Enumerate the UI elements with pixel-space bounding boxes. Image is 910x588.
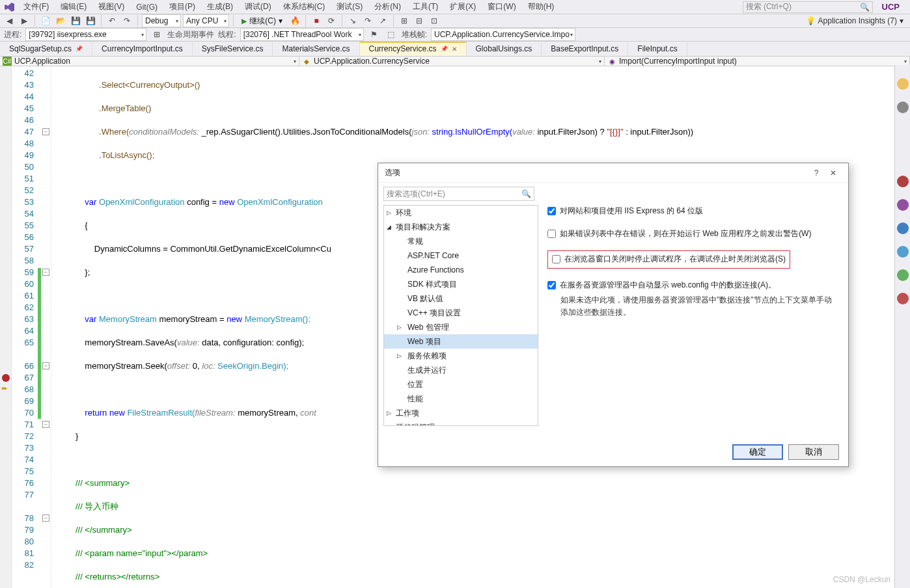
menu-arch[interactable]: 体系结构(C) (278, 0, 331, 14)
tb-misc-2[interactable]: ⊟ (413, 14, 426, 27)
help-icon[interactable]: ? (808, 168, 825, 178)
tool-icon-4[interactable] (897, 199, 909, 211)
project-combo[interactable]: C#UCP.Application (0, 57, 299, 66)
tool-icon-5[interactable] (897, 222, 909, 234)
tree-item[interactable]: 位置 (384, 377, 538, 392)
tree-expand-icon[interactable]: ▷ (397, 321, 402, 333)
stackframe-combo[interactable]: UCP.Application.CurrencyService.Impo (431, 28, 575, 41)
pin-icon[interactable]: 📌 (441, 46, 448, 52)
flag-icon[interactable]: ⚑ (368, 28, 381, 41)
open-icon[interactable]: 📂 (54, 14, 67, 27)
fold-toggle[interactable]: − (42, 128, 49, 135)
tool-icon-8[interactable] (897, 293, 909, 304)
tree-expand-icon[interactable]: ▷ (397, 350, 402, 362)
tree-item[interactable]: ▷服务依赖项 (384, 349, 538, 363)
opt-warn-errors[interactable]: 如果错误列表中存在错误，则在开始运行 Web 应用程序之前发出警告(W) (547, 228, 839, 240)
nav-back-icon[interactable]: ◀ (3, 14, 16, 27)
tree-item[interactable]: ▷环境 (384, 206, 538, 220)
menu-build[interactable]: 生成(B) (202, 0, 238, 14)
tree-expand-icon[interactable]: ▷ (387, 207, 391, 219)
threads-icon[interactable]: ⬚ (385, 28, 398, 41)
checkbox-stop[interactable] (552, 255, 560, 263)
quick-launch-search[interactable]: 搜索 (Ctrl+Q)🔍 (743, 1, 873, 13)
menu-window[interactable]: 窗口(W) (482, 0, 521, 14)
tool-icon-6[interactable] (897, 246, 909, 258)
menu-view[interactable]: 视图(V) (93, 0, 130, 14)
save-icon[interactable]: 💾 (69, 14, 82, 27)
menu-tools[interactable]: 工具(T) (407, 0, 443, 14)
step-into-icon[interactable]: ↘ (346, 14, 359, 27)
tree-expand-icon[interactable]: ▷ (387, 421, 391, 426)
menu-help[interactable]: 帮助(H) (523, 0, 560, 14)
ok-button[interactable]: 确定 (732, 444, 783, 460)
fold-gutter[interactable]: −−−−− (41, 66, 51, 588)
checkbox-webconfig[interactable] (547, 281, 556, 289)
restart-icon[interactable]: ⟳ (325, 14, 338, 27)
menu-analyze[interactable]: 分析(N) (369, 0, 406, 14)
checkbox-warn[interactable] (547, 230, 556, 238)
breakpoint-gutter[interactable]: ➨ (0, 66, 12, 588)
tree-item[interactable]: Web 项目 (384, 334, 538, 349)
menu-test[interactable]: 测试(S) (331, 0, 368, 14)
tree-item[interactable]: 常规 (384, 234, 538, 248)
doc-tab[interactable]: CurrencyImportInput.cs (92, 42, 193, 56)
fold-toggle[interactable]: − (42, 514, 49, 522)
tree-item[interactable]: 性能 (384, 392, 538, 406)
hot-reload-icon[interactable]: 🔥 (288, 14, 301, 27)
new-icon[interactable]: 📄 (39, 14, 52, 27)
options-tree[interactable]: ▷环境◢项目和解决方案常规ASP.NET CoreAzure Functions… (383, 205, 538, 426)
doc-tab[interactable]: CurrencyService.cs📌✕ (360, 42, 467, 56)
tree-item[interactable]: ASP.NET Core (384, 248, 538, 263)
tree-expand-icon[interactable]: ◢ (387, 221, 391, 233)
undo-icon[interactable]: ↶ (105, 14, 118, 27)
tool-icon-3[interactable] (897, 176, 909, 187)
save-all-icon[interactable]: 💾 (84, 14, 97, 27)
platform-combo[interactable]: Any CPU (183, 14, 229, 27)
doc-tab[interactable]: SysFileService.cs (193, 42, 273, 56)
tree-item[interactable]: VC++ 项目设置 (384, 306, 538, 320)
fold-toggle[interactable]: − (42, 269, 49, 276)
doc-tab[interactable]: MaterialsService.cs (273, 42, 359, 56)
breakpoint-icon[interactable] (2, 374, 10, 382)
opt-stop-debug-on-close[interactable]: 在浏览器窗口关闭时停止调试程序，在调试停止时关闭浏览器(S) (547, 250, 790, 268)
doc-tab[interactable]: FileInput.cs (628, 42, 687, 56)
menu-git[interactable]: Git(G) (131, 1, 163, 13)
tb-misc-1[interactable]: ⊞ (398, 14, 411, 27)
step-over-icon[interactable]: ↷ (361, 14, 374, 27)
close-icon[interactable]: ✕ (825, 168, 842, 178)
menu-edit[interactable]: 编辑(E) (55, 0, 92, 14)
tool-icon-1[interactable] (897, 78, 909, 90)
menu-project[interactable]: 项目(P) (164, 0, 200, 14)
nav-fwd-icon[interactable]: ▶ (18, 14, 31, 27)
doc-tab[interactable]: BaseExportInput.cs (542, 42, 628, 56)
tree-item[interactable]: VB 默认值 (384, 291, 538, 306)
tree-item[interactable]: SDK 样式项目 (384, 277, 538, 291)
opt-iis-64bit[interactable]: 对网站和项目使用 IIS Express 的 64 位版 (547, 205, 839, 217)
doc-tab[interactable]: GlobalUsings.cs (467, 42, 542, 56)
checkbox-iis64[interactable] (547, 207, 556, 215)
config-combo[interactable]: Debug (142, 14, 181, 27)
menu-ext[interactable]: 扩展(X) (445, 0, 481, 14)
fold-toggle[interactable]: − (42, 421, 49, 428)
method-combo[interactable]: ◉Import(CurrencyImportInput input) (605, 57, 910, 66)
redo-icon[interactable]: ↷ (120, 14, 133, 27)
stop-icon[interactable]: ■ (310, 14, 323, 27)
app-insights-button[interactable]: 💡Application Insights (7) ▾ (802, 16, 907, 25)
class-combo[interactable]: ◆UCP.Application.CurrencyService (299, 57, 605, 66)
tb-misc-3[interactable]: ⊡ (428, 14, 441, 27)
tree-item[interactable]: ◢项目和解决方案 (384, 220, 538, 234)
tree-item[interactable]: Azure Functions (384, 263, 538, 277)
fold-toggle[interactable]: − (42, 362, 49, 369)
menu-file[interactable]: 文件(F) (18, 0, 54, 14)
thread-combo[interactable]: [32076] .NET ThreadPool Work (240, 28, 364, 41)
tool-icon-7[interactable] (897, 269, 909, 281)
lifecycle-icon[interactable]: ⊞ (150, 28, 163, 41)
tree-item[interactable]: ▷工作项 (384, 406, 538, 420)
tree-item[interactable]: ▷Web 包管理 (384, 320, 538, 334)
process-combo[interactable]: [39792] iisexpress.exe (25, 28, 146, 41)
continue-button[interactable]: ▶继续(C) ▾ (238, 14, 286, 27)
tool-icon-2[interactable] (897, 101, 909, 113)
menu-debug[interactable]: 调试(D) (240, 0, 277, 14)
close-icon[interactable]: ✕ (452, 46, 457, 53)
pin-icon[interactable]: 📌 (76, 46, 83, 52)
